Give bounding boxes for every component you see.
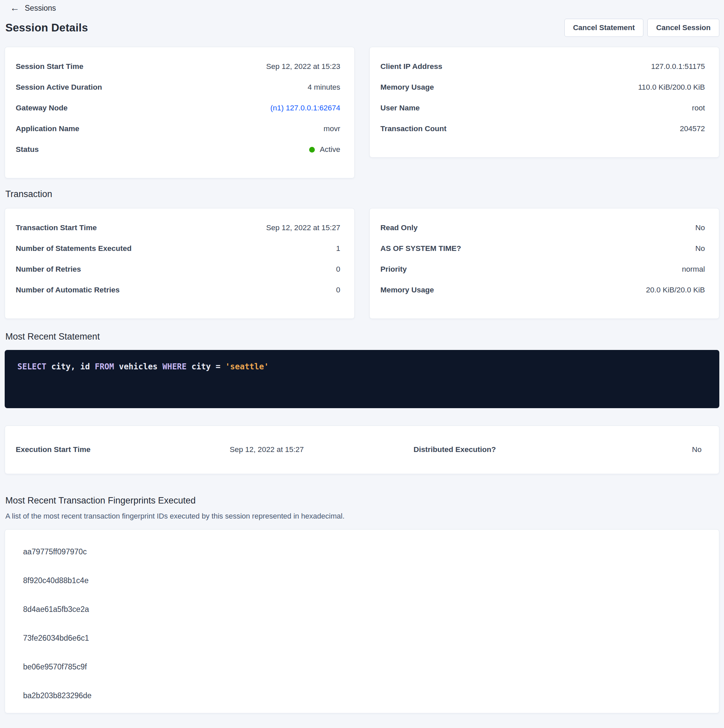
page-title: Session Details <box>5 21 88 34</box>
info-value: Sep 12, 2022 at 15:27 <box>230 445 304 454</box>
info-label: Priority <box>380 265 407 274</box>
info-value: Sep 12, 2022 at 15:27 <box>266 223 340 232</box>
as-of-system-time-row: AS OF SYSTEM TIME? No <box>380 238 705 259</box>
fingerprint-item: aa79775ff097970c <box>5 538 719 566</box>
sql-table: vehicles <box>114 362 162 372</box>
execution-info-card: Execution Start Time Sep 12, 2022 at 15:… <box>5 425 719 474</box>
session-active-duration-row: Session Active Duration 4 minutes <box>16 77 340 98</box>
fingerprint-item: be06e9570f785c9f <box>5 653 719 682</box>
info-value: 4 minutes <box>308 83 340 92</box>
execution-start-time-cell: Execution Start Time Sep 12, 2022 at 15:… <box>16 445 304 454</box>
fingerprints-card: aa79775ff097970c 8f920c40d88b1c4e 8d4ae6… <box>5 529 719 713</box>
info-label: Client IP Address <box>380 62 442 71</box>
session-details-page: ← Sessions Session Details Cancel Statem… <box>0 0 724 723</box>
info-label: AS OF SYSTEM TIME? <box>380 244 461 253</box>
header-actions: Cancel Statement Cancel Session <box>565 19 719 37</box>
transaction-card-right: Read Only No AS OF SYSTEM TIME? No Prior… <box>369 208 719 319</box>
info-value: No <box>695 223 705 232</box>
info-label: Read Only <box>380 223 418 232</box>
fingerprint-item: ba2b203b823296de <box>5 682 719 710</box>
sql-statement-box: SELECT city, id FROM vehicles WHERE city… <box>5 350 719 408</box>
info-value: 127.0.0.1:51175 <box>651 62 705 71</box>
execution-info-row: Execution Start Time Sep 12, 2022 at 15:… <box>16 445 702 454</box>
session-info-card-right: Client IP Address 127.0.0.1:51175 Memory… <box>369 47 719 158</box>
info-label: Transaction Start Time <box>16 223 97 232</box>
info-label: Number of Statements Executed <box>16 244 132 253</box>
statements-executed-row: Number of Statements Executed 1 <box>16 238 340 259</box>
info-value: movr <box>323 124 340 133</box>
transaction-memory-usage-row: Memory Usage 20.0 KiB/20.0 KiB <box>380 280 705 300</box>
automatic-retries-row: Number of Automatic Retries 0 <box>16 280 340 300</box>
info-label: User Name <box>380 104 420 112</box>
info-label: Session Start Time <box>16 62 83 71</box>
session-start-time-row: Session Start Time Sep 12, 2022 at 15:23 <box>16 56 340 77</box>
info-label: Transaction Count <box>380 124 447 133</box>
info-value: No <box>692 445 702 454</box>
session-summary-row: Session Start Time Sep 12, 2022 at 15:23… <box>5 47 719 178</box>
statement-section-title: Most Recent Statement <box>5 332 719 342</box>
info-label: Status <box>16 145 39 154</box>
status-text: Active <box>320 145 340 154</box>
read-only-row: Read Only No <box>380 217 705 238</box>
info-value: normal <box>682 265 705 274</box>
cancel-session-button[interactable]: Cancel Session <box>647 19 719 37</box>
info-value: Sep 12, 2022 at 15:23 <box>266 62 340 71</box>
fingerprints-description: A list of the most recent transaction fi… <box>5 512 719 521</box>
info-label: Memory Usage <box>380 83 434 92</box>
info-value: 1 <box>336 244 340 253</box>
user-name-row: User Name root <box>380 98 705 118</box>
status-active-dot-icon <box>309 147 315 153</box>
back-to-sessions-link[interactable]: ← Sessions <box>10 3 56 13</box>
info-value: 0 <box>336 286 340 294</box>
sql-columns: city, id <box>46 362 95 372</box>
status-row: Status Active <box>16 139 340 160</box>
info-label: Execution Start Time <box>16 445 90 454</box>
session-info-card-left: Session Start Time Sep 12, 2022 at 15:23… <box>5 47 355 178</box>
fingerprints-section-title: Most Recent Transaction Fingerprints Exe… <box>5 496 719 506</box>
client-ip-row: Client IP Address 127.0.0.1:51175 <box>380 56 705 77</box>
info-value: 204572 <box>680 124 705 133</box>
transaction-section-title: Transaction <box>5 189 719 199</box>
info-label: Distributed Execution? <box>413 445 496 454</box>
transaction-card-left: Transaction Start Time Sep 12, 2022 at 1… <box>5 208 355 319</box>
sql-keyword: SELECT <box>17 362 46 372</box>
info-value: 0 <box>336 265 340 274</box>
fingerprint-item: 73fe26034bd6e6c1 <box>5 624 719 653</box>
info-label: Memory Usage <box>380 286 434 294</box>
application-name-row: Application Name movr <box>16 118 340 139</box>
info-value: root <box>692 104 705 112</box>
info-label: Number of Retries <box>16 265 81 274</box>
info-label: Gateway Node <box>16 104 67 112</box>
cancel-statement-button[interactable]: Cancel Statement <box>565 19 644 37</box>
gateway-node-link[interactable]: (n1) 127.0.0.1:62674 <box>270 104 340 112</box>
info-value: 110.0 KiB/200.0 KiB <box>638 83 705 92</box>
page-header: Session Details Cancel Statement Cancel … <box>5 19 719 37</box>
back-link-label: Sessions <box>25 4 56 13</box>
arrow-left-icon: ← <box>10 3 19 13</box>
info-label: Session Active Duration <box>16 83 102 92</box>
retries-row: Number of Retries 0 <box>16 259 340 280</box>
memory-usage-row: Memory Usage 110.0 KiB/200.0 KiB <box>380 77 705 98</box>
fingerprint-item: 8f920c40d88b1c4e <box>5 566 719 595</box>
distributed-execution-cell: Distributed Execution? No <box>413 445 702 454</box>
info-value: 20.0 KiB/20.0 KiB <box>646 286 705 294</box>
gateway-node-row: Gateway Node (n1) 127.0.0.1:62674 <box>16 98 340 118</box>
sql-keyword: FROM <box>95 362 114 372</box>
sql-keyword: WHERE <box>162 362 187 372</box>
sql-string-literal: 'seattle' <box>225 362 269 372</box>
sql-condition: city = <box>187 362 225 372</box>
transaction-start-time-row: Transaction Start Time Sep 12, 2022 at 1… <box>16 217 340 238</box>
transaction-count-row: Transaction Count 204572 <box>380 118 705 139</box>
transaction-row: Transaction Start Time Sep 12, 2022 at 1… <box>5 208 719 319</box>
fingerprint-item: 8d4ae61a5fb3ce2a <box>5 595 719 624</box>
priority-row: Priority normal <box>380 259 705 280</box>
info-label: Application Name <box>16 124 79 133</box>
info-value: No <box>695 244 705 253</box>
info-label: Number of Automatic Retries <box>16 286 119 294</box>
status-badge: Active <box>309 145 340 154</box>
